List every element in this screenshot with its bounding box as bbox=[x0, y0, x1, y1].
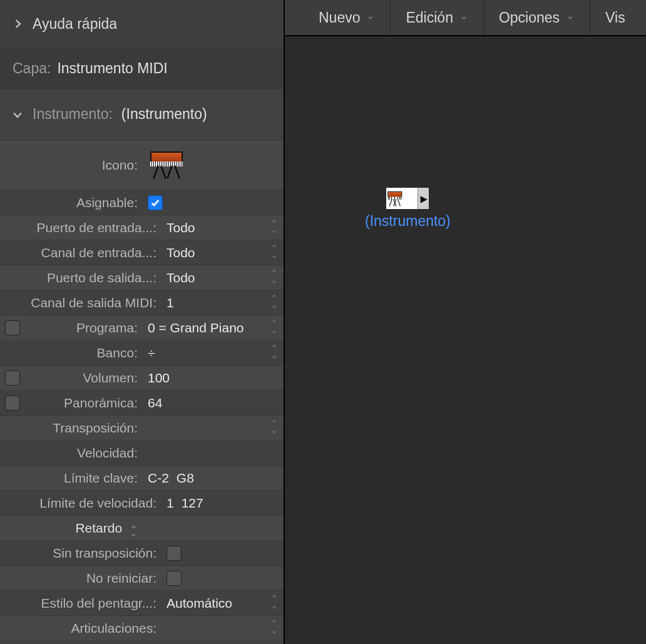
icono-value[interactable] bbox=[141, 148, 270, 182]
limite-vel-value[interactable]: 1 127 bbox=[160, 496, 270, 511]
vista-menu[interactable]: Vis bbox=[590, 0, 640, 35]
prop-articulaciones: Articulaciones: ⌃⌄ bbox=[0, 616, 284, 641]
limite-vel-hi[interactable]: 127 bbox=[182, 496, 203, 511]
inspector-panel: Ayuda rápida Capa: Instrumento MIDI Inst… bbox=[0, 0, 285, 644]
puerto-salida-value[interactable]: Todo bbox=[160, 270, 270, 285]
canal-salida-label: Canal de salida MIDI: bbox=[23, 295, 160, 310]
properties-list: Icono: Asignable: Puerto de ent bbox=[0, 140, 284, 644]
stepper-icon[interactable]: ⌃⌄ bbox=[270, 622, 284, 635]
edicion-menu[interactable]: Edición bbox=[391, 0, 483, 35]
canvas-toolbar: Nuevo Edición Opciones Vis bbox=[285, 0, 646, 36]
prop-transposicion: Transposición: ⌃⌄ bbox=[0, 416, 284, 441]
stepper-icon[interactable]: ⌃⌄ bbox=[270, 222, 284, 234]
articulaciones-label: Articulaciones: bbox=[23, 621, 160, 636]
prop-sin-transposicion: Sin transposición: bbox=[0, 541, 284, 566]
puerto-entrada-label: Puerto de entrada...: bbox=[23, 220, 160, 235]
chevron-right-icon bbox=[11, 18, 24, 30]
canal-entrada-value[interactable]: Todo bbox=[160, 245, 270, 260]
prop-panoramica: Panorámica: 64 bbox=[0, 391, 284, 416]
puerto-entrada-value[interactable]: Todo bbox=[160, 220, 270, 235]
prop-puerto-entrada: Puerto de entrada...: Todo ⌃⌄ bbox=[0, 215, 284, 240]
stepper-icon[interactable]: ⌃⌄ bbox=[270, 597, 284, 610]
limite-clave-value[interactable]: C-2 G8 bbox=[141, 471, 270, 486]
prop-velocidad: Velocidad: bbox=[0, 441, 284, 466]
limite-vel-lo[interactable]: 1 bbox=[167, 496, 174, 511]
opciones-label: Opciones bbox=[499, 9, 560, 26]
edicion-label: Edición bbox=[406, 9, 453, 26]
limite-clave-label: Límite clave: bbox=[23, 471, 141, 486]
prop-programa: Programa: 0 = Grand Piano ⌃⌄ bbox=[0, 315, 284, 340]
asignable-label: Asignable: bbox=[23, 195, 141, 210]
no-reiniciar-label: No reiniciar: bbox=[23, 571, 160, 586]
node-handle-icon[interactable]: ▸ bbox=[418, 188, 429, 209]
stepper-icon[interactable]: ⌃⌄ bbox=[270, 422, 284, 434]
quick-help-header[interactable]: Ayuda rápida bbox=[0, 0, 284, 48]
banco-label: Banco: bbox=[23, 345, 141, 360]
prop-retardo: Retardo ⌃⌄ bbox=[0, 516, 284, 541]
programa-label: Programa: bbox=[23, 320, 141, 335]
prop-puerto-salida: Puerto de salida...: Todo ⌃⌄ bbox=[0, 265, 284, 290]
chevron-down-icon bbox=[459, 14, 468, 21]
stepper-icon[interactable]: ⌃⌄ bbox=[270, 272, 284, 284]
keyboard-icon bbox=[386, 189, 403, 208]
instrument-section-value[interactable]: (Instrumento) bbox=[121, 106, 207, 123]
chevron-down-icon bbox=[366, 14, 375, 21]
volumen-checkbox[interactable] bbox=[5, 371, 20, 386]
prop-canal-entrada: Canal de entrada...: Todo ⌃⌄ bbox=[0, 240, 284, 265]
panoramica-value[interactable]: 64 bbox=[141, 396, 270, 411]
environment-canvas-pane: Nuevo Edición Opciones Vis ▸ (Instrument… bbox=[285, 0, 646, 644]
quick-help-title: Ayuda rápida bbox=[33, 16, 117, 33]
volumen-label: Volumen: bbox=[23, 371, 141, 386]
canal-salida-value[interactable]: 1 bbox=[160, 295, 270, 310]
environment-canvas[interactable]: ▸ (Instrumento) bbox=[285, 36, 646, 644]
instrument-section-header[interactable]: Instrumento: (Instrumento) bbox=[0, 89, 284, 140]
prop-limite-clave: Límite clave: C-2 G8 bbox=[0, 466, 284, 491]
stepper-icon[interactable]: ⌃⌄ bbox=[270, 297, 284, 309]
nuevo-menu[interactable]: Nuevo bbox=[304, 0, 391, 35]
programa-checkbox[interactable] bbox=[5, 320, 20, 335]
estilo-label: Estilo del pentagr...: bbox=[23, 596, 160, 611]
sin-trans-label: Sin transposición: bbox=[23, 546, 160, 561]
estilo-value[interactable]: Automático bbox=[160, 596, 270, 611]
panoramica-checkbox[interactable] bbox=[5, 396, 20, 411]
limite-clave-hi[interactable]: G8 bbox=[177, 471, 194, 486]
prop-icono: Icono: bbox=[0, 140, 284, 190]
banco-value[interactable]: ÷ bbox=[141, 345, 270, 360]
chevron-down-icon bbox=[11, 108, 24, 121]
stepper-icon[interactable]: ⌃⌄ bbox=[270, 247, 284, 259]
opciones-menu[interactable]: Opciones bbox=[484, 0, 590, 35]
vista-label: Vis bbox=[605, 9, 625, 26]
prop-no-reiniciar: No reiniciar: bbox=[0, 566, 284, 591]
icono-label: Icono: bbox=[23, 158, 141, 173]
stepper-icon[interactable]: ⌃⌄ bbox=[130, 528, 138, 535]
prop-limite-velocidad: Límite de velocidad: 1 127 bbox=[0, 491, 284, 516]
prop-asignable: Asignable: bbox=[0, 190, 284, 215]
layer-value[interactable]: Instrumento MIDI bbox=[57, 60, 167, 77]
instrument-node[interactable]: ▸ (Instrumento) bbox=[365, 188, 451, 230]
chevron-down-icon bbox=[566, 14, 575, 21]
instrument-node-icon[interactable]: ▸ bbox=[386, 188, 429, 209]
programa-value[interactable]: 0 = Grand Piano bbox=[141, 320, 270, 335]
stepper-icon[interactable]: ⌃⌄ bbox=[270, 347, 284, 359]
asignable-checkbox[interactable] bbox=[148, 195, 163, 210]
puerto-salida-label: Puerto de salida...: bbox=[23, 270, 160, 285]
transposicion-label: Transposición: bbox=[23, 421, 141, 436]
prop-volumen: Volumen: 100 bbox=[0, 365, 284, 391]
nuevo-label: Nuevo bbox=[319, 9, 360, 26]
retardo-label[interactable]: Retardo ⌃⌄ bbox=[23, 521, 141, 536]
sin-trans-checkbox[interactable] bbox=[167, 546, 182, 561]
stepper-icon[interactable]: ⌃⌄ bbox=[270, 322, 284, 334]
limite-clave-lo[interactable]: C-2 bbox=[148, 471, 169, 486]
instrument-node-label[interactable]: (Instrumento) bbox=[365, 213, 451, 230]
no-reiniciar-checkbox[interactable] bbox=[167, 571, 182, 586]
velocidad-label: Velocidad: bbox=[23, 446, 141, 461]
prop-banco: Banco: ÷ ⌃⌄ bbox=[0, 340, 284, 365]
panoramica-label: Panorámica: bbox=[23, 396, 141, 411]
layer-row: Capa: Instrumento MIDI bbox=[0, 48, 284, 89]
keyboard-icon bbox=[148, 148, 185, 182]
limite-vel-label: Límite de velocidad: bbox=[23, 496, 160, 511]
prop-canal-salida: Canal de salida MIDI: 1 ⌃⌄ bbox=[0, 290, 284, 315]
volumen-value[interactable]: 100 bbox=[141, 371, 270, 386]
layer-label: Capa: bbox=[13, 60, 51, 77]
instrument-section-label: Instrumento: bbox=[33, 106, 113, 123]
